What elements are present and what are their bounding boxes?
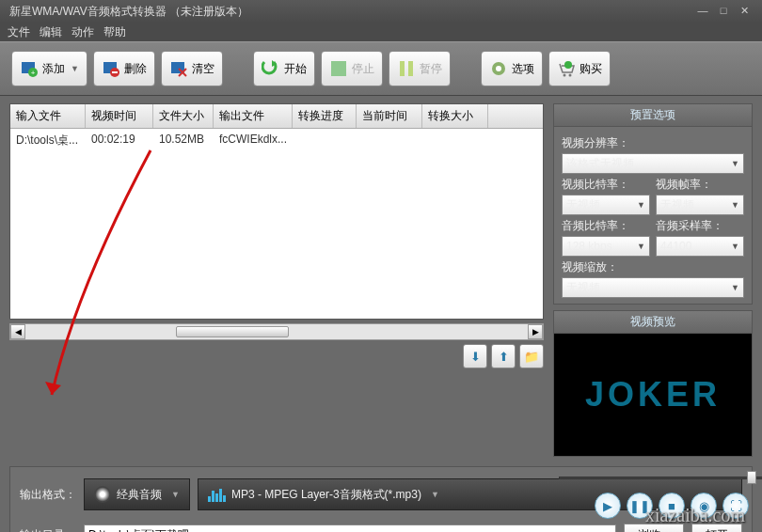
add-icon: + — [20, 59, 39, 78]
vbitrate-select[interactable]: 无视频 — [562, 195, 650, 215]
arrow-down-icon: ⬇ — [470, 350, 481, 364]
table-header: 输入文件 视频时间 文件大小 输出文件 转换进度 当前时间 转换大小 — [10, 104, 543, 129]
scroll-thumb[interactable] — [176, 326, 289, 337]
resolution-select[interactable]: 该格式无视频 — [562, 153, 744, 174]
scroll-right-icon[interactable]: ▶ — [528, 324, 543, 339]
svg-rect-9 — [408, 61, 413, 76]
format-category-select[interactable]: 经典音频▼ — [84, 478, 190, 510]
folder-icon: 📁 — [524, 350, 539, 364]
start-button[interactable]: 开始 — [253, 51, 315, 86]
output-dir-label: 输出目录： — [20, 527, 76, 533]
move-down-button[interactable]: ⬇ — [463, 344, 487, 368]
disc-icon — [94, 486, 111, 503]
delete-icon — [102, 59, 120, 78]
presets-title: 预置选项 — [554, 104, 752, 127]
cart-icon — [557, 59, 576, 78]
arrow-up-icon: ⬆ — [499, 350, 509, 364]
dropdown-icon: ▼ — [171, 490, 180, 499]
presets-panel: 预置选项 视频分辨率： 该格式无视频 视频比特率：无视频 视频帧率：无视频 音频… — [553, 103, 753, 305]
close-button[interactable]: ✕ — [736, 5, 753, 18]
th-output[interactable]: 输出文件 — [214, 104, 293, 128]
svg-text:+: + — [31, 69, 36, 77]
slider-thumb[interactable] — [747, 471, 756, 484]
svg-rect-5 — [112, 71, 118, 73]
th-progress[interactable]: 转换进度 — [293, 104, 357, 128]
svg-rect-8 — [400, 61, 405, 76]
title-bar: 新星WMA/WAV音频格式转换器 （未注册版本） — □ ✕ — [0, 0, 762, 23]
horizontal-scrollbar[interactable]: ◀ ▶ — [9, 323, 544, 340]
preview-panel: 视频预览 JOKER — [553, 310, 753, 457]
menu-help[interactable]: 帮助 — [103, 24, 126, 39]
vfps-label: 视频帧率： — [656, 177, 744, 193]
file-table: 输入文件 视频时间 文件大小 输出文件 转换进度 当前时间 转换大小 D:\to… — [9, 103, 544, 320]
stop-icon — [329, 59, 348, 78]
scroll-left-icon[interactable]: ◀ — [10, 324, 25, 339]
play-button[interactable]: ▶ — [595, 493, 621, 519]
th-size[interactable]: 文件大小 — [153, 104, 214, 128]
svg-point-12 — [563, 74, 565, 77]
resolution-label: 视频分辨率： — [562, 135, 744, 151]
pause-icon — [397, 59, 416, 78]
equalizer-icon — [208, 487, 226, 502]
pause-button[interactable]: 暂停 — [389, 51, 451, 86]
window-title: 新星WMA/WAV音频格式转换器 （未注册版本） — [9, 4, 248, 20]
options-button[interactable]: 选项 — [481, 51, 543, 86]
menu-action[interactable]: 动作 — [71, 24, 94, 39]
delete-button[interactable]: 删除 — [93, 51, 155, 86]
svg-point-11 — [496, 66, 501, 71]
asample-select[interactable]: 44100 — [656, 236, 744, 257]
preview-title: 视频预览 — [554, 311, 752, 334]
th-input[interactable]: 输入文件 — [10, 104, 86, 128]
move-up-button[interactable]: ⬆ — [491, 344, 516, 368]
maximize-button[interactable]: □ — [715, 5, 732, 18]
stop-button[interactable]: 停止 — [321, 51, 383, 86]
th-duration[interactable]: 视频时间 — [86, 104, 153, 128]
watermark: xiazaiba.com — [645, 505, 745, 526]
output-format-label: 输出格式： — [20, 487, 76, 503]
vzoom-select[interactable]: 无视频 — [562, 277, 744, 298]
dropdown-icon: ▼ — [431, 490, 439, 499]
clear-icon — [169, 59, 188, 78]
svg-point-14 — [564, 61, 572, 69]
vzoom-label: 视频缩放： — [562, 259, 744, 275]
minimize-button[interactable]: — — [694, 5, 711, 18]
th-time[interactable]: 当前时间 — [357, 104, 422, 128]
vbitrate-label: 视频比特率： — [562, 177, 650, 193]
dropdown-icon: ▼ — [71, 64, 79, 73]
svg-rect-7 — [331, 61, 346, 76]
toolbar: +添加▼ 删除 清空 开始 停止 暂停 选项 购买 — [0, 41, 762, 96]
svg-point-13 — [568, 74, 571, 77]
vfps-select[interactable]: 无视频 — [656, 195, 744, 215]
gear-icon — [489, 59, 508, 78]
abitrate-select[interactable]: 128 kbps — [562, 236, 650, 257]
preview-logo: JOKER — [585, 375, 721, 415]
asample-label: 音频采样率： — [656, 218, 744, 234]
table-row[interactable]: D:\tools\桌... 00:02:19 10.52MB fcCWIEkdl… — [10, 129, 543, 152]
menu-bar: 文件 编辑 动作 帮助 — [0, 23, 762, 41]
menu-file[interactable]: 文件 — [8, 24, 30, 39]
abitrate-label: 音频比特率： — [562, 218, 650, 234]
preview-image: JOKER — [554, 334, 752, 456]
seek-slider[interactable] — [559, 472, 749, 483]
folder-button[interactable]: 📁 — [519, 344, 544, 368]
play-icon: ▶ — [603, 499, 612, 513]
start-icon — [262, 59, 280, 78]
menu-edit[interactable]: 编辑 — [40, 24, 62, 39]
output-dir-input[interactable] — [84, 524, 616, 532]
clear-button[interactable]: 清空 — [161, 51, 223, 86]
add-button[interactable]: +添加▼ — [11, 51, 87, 86]
th-outsize[interactable]: 转换大小 — [422, 104, 488, 128]
buy-button[interactable]: 购买 — [548, 51, 611, 86]
